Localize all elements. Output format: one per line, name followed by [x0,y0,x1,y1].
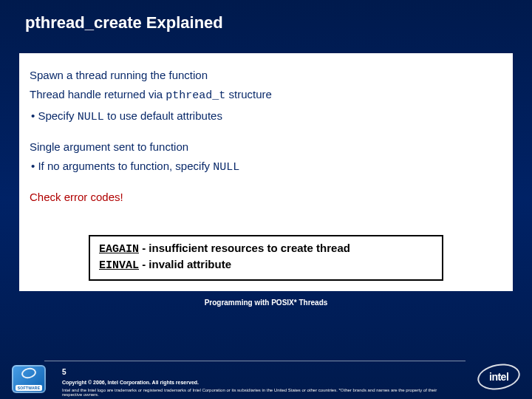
error-codes-box: EAGAIN - insufficient resources to creat… [89,235,443,282]
error-desc: - invalid attribute [139,258,231,270]
trademark-text: Intel and the Intel logo are trademarks … [62,388,458,397]
text-span: to use default attributes [104,109,222,122]
body-line-1: Spawn a thread running the function [30,68,502,83]
code-null: NULL [213,161,239,174]
bullet-1: • Specify NULL to use default attributes [30,109,502,125]
code-pthread-t: pthread_t [166,89,225,102]
text-span: • If no arguments to function, specify [31,160,213,172]
code-einval: EINVAL [99,259,139,272]
page-number: 5 [62,368,66,376]
error-row-eagain: EAGAIN - insufficient resources to creat… [99,241,433,257]
logo-oval-icon: intel [475,361,522,393]
series-title: Programming with POSIX* Threads [0,299,532,307]
code-null: NULL [78,111,104,123]
body-line-2: Thread handle returned via pthread_t str… [30,87,502,103]
error-row-einval: EINVAL - invalid attribute [99,257,433,273]
text-span: Thread handle returned via [30,88,166,100]
content-area: Spawn a thread running the function Thre… [19,53,513,291]
error-desc: - insufficient resources to create threa… [139,242,350,254]
intel-software-badge: SOFTWARE [12,365,46,393]
text-span: • Specify [31,109,78,122]
intel-logo: intel [476,362,522,392]
logo-text: intel [489,371,508,383]
badge-label: SOFTWARE [16,385,43,391]
footer-bar: 5 Copyright © 2006, Intel Corporation. A… [0,361,532,399]
slide-title: pthread_create Explained [0,0,532,33]
text-span: structure [225,88,272,100]
check-error-codes: Check error codes! [30,190,502,205]
copyright-text: Copyright © 2006, Intel Corporation. All… [62,380,199,385]
code-eagain: EAGAIN [99,243,139,256]
bullet-2: • If no arguments to function, specify N… [30,159,502,175]
body-line-3: Single argument sent to function [30,140,502,154]
footer-divider [44,361,466,361]
swoosh-icon [21,366,37,380]
